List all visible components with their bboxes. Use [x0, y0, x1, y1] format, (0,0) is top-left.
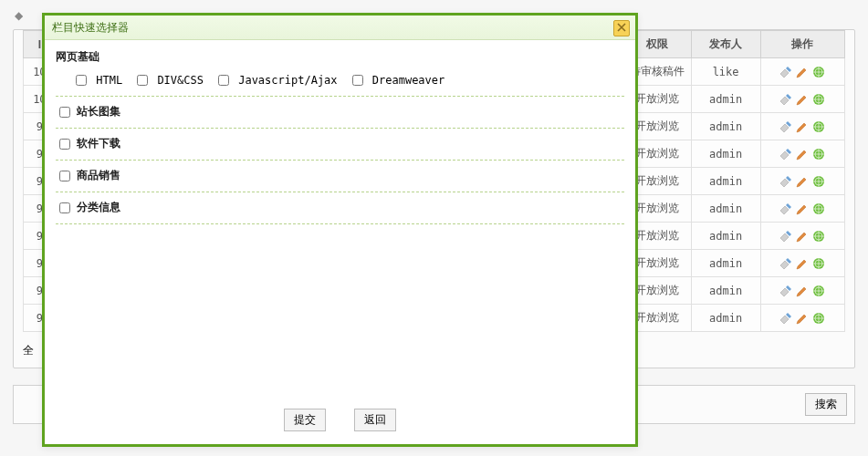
col-actions: 操作 [760, 31, 844, 58]
category-checkbox[interactable] [59, 139, 70, 150]
category-selector-dialog: 栏目快速选择器 网页基础 HTML DIV&CSS Javascript/Aja… [42, 13, 638, 447]
edit-icon[interactable] [796, 230, 809, 243]
globe-icon[interactable] [812, 93, 825, 106]
globe-icon[interactable] [812, 202, 825, 215]
footer-text: 全 [23, 344, 34, 357]
tool-icon[interactable] [779, 257, 792, 270]
cell-publisher: admin [691, 277, 760, 305]
back-button[interactable]: 返回 [354, 409, 396, 431]
edit-icon[interactable] [796, 120, 809, 133]
tool-icon[interactable] [779, 93, 792, 106]
group-webbasics-items: HTML DIV&CSS Javascript/Ajax Dreamweaver [56, 68, 624, 97]
cell-publisher: admin [691, 305, 760, 332]
category-checkbox[interactable] [59, 107, 70, 118]
sub-label: Javascript/Ajax [238, 74, 337, 87]
sub-checkbox[interactable] [352, 75, 363, 86]
cell-actions [760, 140, 844, 168]
diamond-icon: ◆ [15, 9, 23, 22]
globe-icon[interactable] [812, 285, 825, 297]
globe-icon[interactable] [812, 257, 825, 270]
globe-icon[interactable] [812, 148, 825, 161]
cell-actions [760, 223, 844, 250]
cell-publisher: admin [691, 140, 760, 168]
cell-actions [760, 277, 844, 305]
tool-icon[interactable] [779, 175, 792, 188]
edit-icon[interactable] [796, 257, 809, 270]
category-label: 商品销售 [77, 169, 120, 181]
sub-label: HTML [96, 74, 122, 87]
category-row[interactable]: 分类信息 [56, 192, 624, 224]
category-label: 站长图集 [77, 105, 120, 118]
globe-icon[interactable] [812, 312, 825, 325]
cell-publisher: admin [691, 168, 760, 195]
tool-icon[interactable] [779, 66, 792, 78]
sub-option[interactable]: Javascript/Ajax [214, 74, 338, 87]
edit-icon[interactable] [796, 66, 809, 78]
cell-publisher: admin [691, 86, 760, 113]
sub-checkbox[interactable] [218, 75, 229, 86]
sub-checkbox[interactable] [137, 75, 148, 86]
cell-publisher: admin [691, 223, 760, 250]
cell-publisher: admin [691, 250, 760, 277]
dialog-title: 栏目快速选择器 [52, 21, 129, 34]
close-button[interactable] [613, 20, 630, 36]
tool-icon[interactable] [779, 120, 792, 133]
cell-actions [760, 250, 844, 277]
edit-icon[interactable] [796, 312, 809, 325]
category-row[interactable]: 商品销售 [56, 161, 624, 192]
cell-actions [760, 113, 844, 140]
cell-actions [760, 58, 844, 86]
dialog-body: 网页基础 HTML DIV&CSS Javascript/Ajax Dreamw… [45, 40, 635, 401]
tool-icon[interactable] [779, 148, 792, 161]
sub-label: Dreamweaver [372, 74, 444, 87]
tool-icon[interactable] [779, 202, 792, 215]
cell-actions [760, 168, 844, 195]
cell-actions [760, 195, 844, 223]
col-publisher: 发布人 [691, 31, 760, 58]
category-row[interactable]: 软件下载 [56, 129, 624, 161]
group-webbasics-title: 网页基础 [56, 49, 624, 65]
edit-icon[interactable] [796, 93, 809, 106]
tool-icon[interactable] [779, 230, 792, 243]
dialog-footer: 提交 返回 [45, 401, 635, 438]
sub-option[interactable]: Dreamweaver [349, 74, 445, 87]
category-row[interactable]: 站长图集 [56, 97, 624, 129]
edit-icon[interactable] [796, 285, 809, 297]
globe-icon[interactable] [812, 230, 825, 243]
tool-icon[interactable] [779, 285, 792, 297]
cell-publisher: like [691, 58, 760, 86]
search-button[interactable]: 搜索 [805, 393, 847, 416]
sub-option[interactable]: DIV&CSS [133, 74, 204, 87]
category-label: 软件下载 [77, 137, 120, 150]
cell-actions [760, 86, 844, 113]
cell-publisher: admin [691, 113, 760, 140]
edit-icon[interactable] [796, 175, 809, 188]
category-checkbox[interactable] [59, 171, 70, 181]
category-label: 分类信息 [77, 201, 120, 213]
globe-icon[interactable] [812, 175, 825, 188]
sub-option[interactable]: HTML [72, 74, 122, 87]
sub-checkbox[interactable] [76, 75, 87, 86]
edit-icon[interactable] [796, 202, 809, 215]
dialog-title-bar: 栏目快速选择器 [45, 16, 635, 40]
close-icon [617, 16, 626, 40]
submit-button[interactable]: 提交 [284, 409, 326, 431]
tool-icon[interactable] [779, 312, 792, 325]
cell-publisher: admin [691, 195, 760, 223]
cell-actions [760, 305, 844, 332]
category-checkbox[interactable] [59, 202, 70, 213]
sub-label: DIV&CSS [157, 74, 204, 87]
globe-icon[interactable] [812, 120, 825, 133]
edit-icon[interactable] [796, 148, 809, 161]
globe-icon[interactable] [812, 66, 825, 78]
